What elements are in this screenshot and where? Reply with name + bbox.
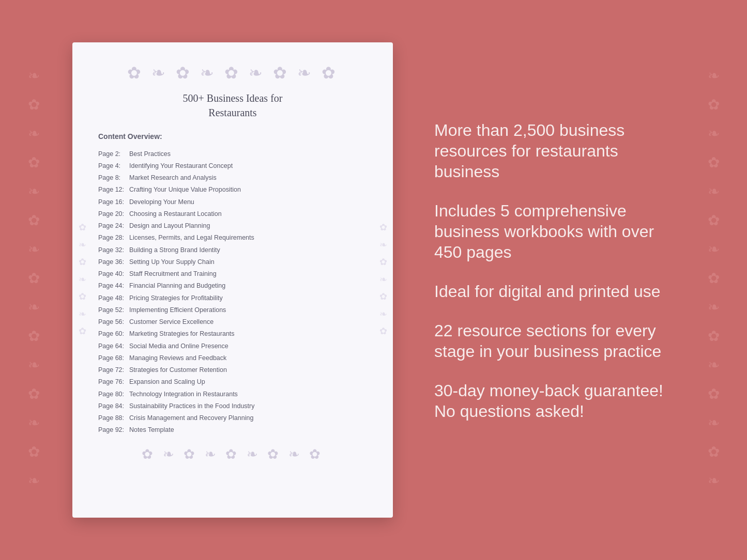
toc-page-number: Page 8: (98, 174, 129, 182)
toc-title: Social Media and Online Presence (129, 342, 228, 350)
toc-item: Page 68:Managing Reviews and Feedback (98, 352, 367, 364)
info-text: Ideal for digital and printed use (434, 281, 675, 302)
toc-item: Page 24:Design and Layout Planning (98, 220, 367, 232)
toc-page-number: Page 72: (98, 366, 129, 374)
toc-item: Page 40:Staff Recruitment and Training (98, 268, 367, 280)
toc-title: Building a Strong Brand Identity (129, 246, 220, 254)
toc-page-number: Page 24: (98, 222, 129, 230)
toc-item: Page 92:Notes Template (98, 424, 367, 436)
doc-left-decoration: ✿ ❧ ✿ ❧ ✿ ❧ ✿ (77, 222, 88, 338)
info-block: 30-day money-back guarantee! No question… (434, 380, 675, 422)
info-panel: More than 2,500 business resources for r… (424, 120, 675, 440)
toc-page-number: Page 12: (98, 185, 129, 194)
toc-page-number: Page 76: (98, 378, 129, 386)
main-layout: ✿ ❧ ✿ ❧ ✿ ❧ ✿ ✿ ❧ ✿ ❧ ✿ ❧ ✿ ✿ ❧ ✿ ❧ ✿ ❧ … (0, 0, 747, 560)
doc-floral-bottom: ✿ ❧ ✿ ❧ ✿ ❧ ✿ ❧ ✿ (98, 446, 367, 462)
toc-item: Page 4:Identifying Your Restaurant Conce… (98, 160, 367, 172)
toc-item: Page 16:Developing Your Menu (98, 196, 367, 208)
toc-title: Best Practices (129, 150, 171, 158)
table-of-contents: Page 2:Best PracticesPage 4:Identifying … (98, 148, 367, 436)
document-card: ✿ ❧ ✿ ❧ ✿ ❧ ✿ ✿ ❧ ✿ ❧ ✿ ❧ ✿ ✿ ❧ ✿ ❧ ✿ ❧ … (72, 42, 393, 518)
info-block: Includes 5 comprehensive business workbo… (434, 200, 675, 262)
toc-title: Setting Up Your Supply Chain (129, 258, 215, 266)
info-text: 30-day money-back guarantee! No question… (434, 380, 675, 422)
toc-item: Page 56:Customer Service Excellence (98, 316, 367, 328)
toc-title: Customer Service Excellence (129, 318, 214, 326)
toc-item: Page 76:Expansion and Scaling Up (98, 376, 367, 388)
info-text: Includes 5 comprehensive business workbo… (434, 200, 675, 262)
toc-title: Choosing a Restaurant Location (129, 210, 222, 218)
toc-page-number: Page 36: (98, 258, 129, 266)
toc-title: Crisis Management and Recovery Planning (129, 414, 253, 422)
toc-page-number: Page 84: (98, 402, 129, 410)
info-text: More than 2,500 business resources for r… (434, 120, 675, 182)
toc-page-number: Page 88: (98, 414, 129, 422)
info-text: 22 resource sections for every stage in … (434, 320, 675, 362)
toc-page-number: Page 60: (98, 330, 129, 338)
toc-item: Page 84:Sustainability Practices in the … (98, 400, 367, 412)
toc-item: Page 2:Best Practices (98, 148, 367, 160)
toc-title: Managing Reviews and Feedback (129, 354, 226, 362)
info-block: 22 resource sections for every stage in … (434, 320, 675, 362)
toc-item: Page 48:Pricing Strategies for Profitabi… (98, 292, 367, 304)
toc-page-number: Page 40: (98, 270, 129, 278)
toc-page-number: Page 16: (98, 198, 129, 206)
toc-title: Implementing Efficient Operations (129, 306, 226, 314)
toc-item: Page 28:Licenses, Permits, and Legal Req… (98, 232, 367, 244)
toc-title: Design and Layout Planning (129, 222, 210, 230)
toc-title: Developing Your Menu (129, 198, 194, 206)
toc-item: Page 60:Marketing Strategies for Restaur… (98, 328, 367, 340)
toc-item: Page 12:Crafting Your Unique Value Propo… (98, 184, 367, 196)
toc-item: Page 32:Building a Strong Brand Identity (98, 244, 367, 256)
toc-page-number: Page 80: (98, 390, 129, 398)
toc-item: Page 80:Technology Integration in Restau… (98, 388, 367, 400)
toc-item: Page 64:Social Media and Online Presence (98, 340, 367, 352)
toc-page-number: Page 32: (98, 246, 129, 254)
info-block: Ideal for digital and printed use (434, 281, 675, 302)
toc-page-number: Page 20: (98, 210, 129, 218)
toc-item: Page 72:Strategies for Customer Retentio… (98, 364, 367, 376)
toc-page-number: Page 68: (98, 354, 129, 362)
toc-page-number: Page 48: (98, 294, 129, 302)
toc-title: Marketing Strategies for Restaurants (129, 330, 235, 338)
toc-item: Page 8:Market Research and Analysis (98, 172, 367, 184)
toc-title: Licenses, Permits, and Legal Requirement… (129, 234, 254, 242)
toc-item: Page 20:Choosing a Restaurant Location (98, 208, 367, 220)
toc-page-number: Page 2: (98, 150, 129, 158)
toc-page-number: Page 64: (98, 342, 129, 350)
toc-page-number: Page 4: (98, 162, 129, 170)
toc-page-number: Page 56: (98, 318, 129, 326)
toc-title: Market Research and Analysis (129, 174, 217, 182)
toc-item: Page 88:Crisis Management and Recovery P… (98, 412, 367, 424)
toc-title: Notes Template (129, 426, 174, 434)
toc-title: Pricing Strategies for Profitability (129, 294, 223, 302)
toc-page-number: Page 28: (98, 234, 129, 242)
info-block: More than 2,500 business resources for r… (434, 120, 675, 182)
toc-title: Financial Planning and Budgeting (129, 282, 225, 290)
toc-title: Staff Recruitment and Training (129, 270, 217, 278)
document-title: 500+ Business Ideas for Restaurants (98, 91, 367, 120)
toc-title: Sustainability Practices in the Food Ind… (129, 402, 254, 410)
toc-title: Expansion and Scaling Up (129, 378, 205, 386)
toc-item: Page 52:Implementing Efficient Operation… (98, 304, 367, 316)
toc-title: Crafting Your Unique Value Proposition (129, 185, 241, 194)
doc-floral-top: ✿ ❧ ✿ ❧ ✿ ❧ ✿ ❧ ✿ (98, 63, 367, 83)
toc-title: Strategies for Customer Retention (129, 366, 227, 374)
toc-title: Technology Integration in Restaurants (129, 390, 238, 398)
toc-page-number: Page 52: (98, 306, 129, 314)
toc-title: Identifying Your Restaurant Concept (129, 162, 233, 170)
toc-page-number: Page 92: (98, 426, 129, 434)
toc-item: Page 36:Setting Up Your Supply Chain (98, 256, 367, 268)
toc-page-number: Page 44: (98, 282, 129, 290)
content-overview-label: Content Overview: (98, 132, 367, 141)
doc-right-decoration: ✿ ❧ ✿ ❧ ✿ ❧ ✿ (377, 222, 389, 338)
toc-item: Page 44:Financial Planning and Budgeting (98, 280, 367, 292)
